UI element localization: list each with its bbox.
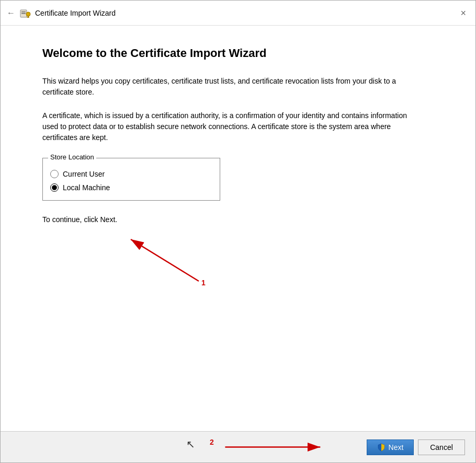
certificate-import-wizard-dialog: ← Certificate Import Wizard × Welcome to… <box>0 0 476 463</box>
cursor-pointer-icon: ↖ <box>186 438 195 450</box>
description-paragraph-2: A certificate, which is issued by a cert… <box>42 110 409 143</box>
store-location-legend: Store Location <box>48 153 96 161</box>
next-button[interactable]: Next <box>367 439 414 455</box>
dialog-title: Certificate Import Wizard <box>35 9 116 17</box>
wizard-icon <box>19 7 31 19</box>
wizard-heading: Welcome to the Certificate Import Wizard <box>42 47 444 60</box>
cancel-button[interactable]: Cancel <box>418 439 465 455</box>
annotation-area: 1 <box>42 229 444 312</box>
title-bar-left: ← Certificate Import Wizard <box>7 7 116 19</box>
description-paragraph-1: This wizard helps you copy certificates,… <box>42 76 409 98</box>
annotation-label-2: 2 <box>210 438 214 446</box>
local-machine-option[interactable]: Local Machine <box>50 183 204 192</box>
close-button[interactable]: × <box>457 7 469 19</box>
continue-text: To continue, click Next. <box>42 215 444 224</box>
store-location-group: Store Location Current User Local Machin… <box>42 158 220 201</box>
svg-rect-5 <box>27 17 29 18</box>
svg-rect-1 <box>21 11 26 13</box>
shield-icon <box>377 443 386 452</box>
back-button[interactable]: ← <box>7 8 15 18</box>
current-user-option[interactable]: Current User <box>50 170 204 178</box>
title-bar: ← Certificate Import Wizard × <box>1 1 475 26</box>
svg-point-3 <box>26 12 30 16</box>
local-machine-label: Local Machine <box>63 183 110 192</box>
svg-line-8 <box>131 239 199 281</box>
svg-rect-2 <box>21 13 26 14</box>
current-user-label: Current User <box>63 170 105 178</box>
local-machine-radio[interactable] <box>50 183 59 192</box>
svg-text:1: 1 <box>201 279 206 287</box>
next-label: Next <box>389 443 404 452</box>
footer: ↖ 2 Next Cancel <box>1 431 475 462</box>
wizard-content: Welcome to the Certificate Import Wizard… <box>1 26 475 431</box>
current-user-radio[interactable] <box>50 170 59 178</box>
